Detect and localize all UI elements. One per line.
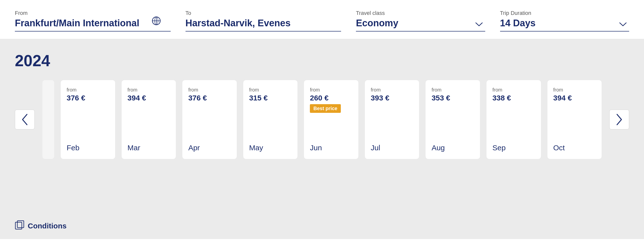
month-name-apr: Apr — [188, 144, 231, 152]
prev-nav-button[interactable] — [15, 110, 35, 129]
month-card-aug[interactable]: from 353 € Aug — [425, 80, 480, 159]
price-may: 315 € — [249, 94, 292, 102]
month-name-feb: Feb — [67, 144, 109, 152]
trip-duration-label: Trip Duration — [500, 10, 620, 16]
price-area-mar: from 394 € — [128, 87, 170, 104]
month-card-mar[interactable]: from 394 € Mar — [121, 80, 176, 159]
price-area-feb: from 376 € — [67, 87, 109, 104]
from-label: From — [15, 10, 149, 16]
from-label-jun: from — [310, 87, 352, 93]
search-bar: From Frankfurt/Main International To Har… — [0, 0, 644, 39]
conditions-label: Conditions — [28, 222, 67, 230]
price-area-may: from 315 € — [249, 87, 292, 104]
from-label-aug: from — [432, 87, 474, 93]
month-name-sep: Sep — [492, 144, 535, 152]
price-area-jul: from 393 € — [371, 87, 414, 104]
month-card-feb[interactable]: from 376 € Feb — [60, 80, 116, 159]
price-aug: 353 € — [432, 94, 474, 102]
price-area-apr: from 376 € — [188, 87, 231, 104]
from-label-sep: from — [492, 87, 535, 93]
price-sep: 338 € — [492, 94, 535, 102]
svg-rect-5 — [17, 221, 24, 228]
price-jul: 393 € — [371, 94, 414, 102]
from-value: Frankfurt/Main International — [15, 18, 149, 29]
to-label: To — [186, 10, 332, 16]
price-feb: 376 € — [67, 94, 109, 102]
month-card-jun[interactable]: from 260 € Best price Jun — [304, 80, 359, 159]
location-icon — [152, 16, 161, 27]
year-label: 2024 — [15, 52, 629, 70]
price-area-aug: from 353 € — [432, 87, 474, 104]
month-card-may[interactable]: from 315 € May — [243, 80, 298, 159]
conditions-link[interactable]: Conditions — [15, 220, 629, 232]
month-card-oct[interactable]: from 394 € Oct — [547, 80, 602, 159]
price-area-jun: from 260 € Best price — [310, 87, 352, 113]
price-area-sep: from 338 € — [492, 87, 535, 104]
from-label-oct: from — [553, 87, 596, 93]
months-container: from 376 € Feb from 394 € Mar from 376 € — [15, 80, 629, 159]
price-oct: 394 € — [553, 94, 596, 102]
from-label-may: from — [249, 87, 292, 93]
trip-duration-dropdown-icon[interactable] — [619, 21, 627, 29]
price-jun: 260 € — [310, 94, 352, 102]
month-name-oct: Oct — [553, 144, 596, 152]
months-list: from 376 € Feb from 394 € Mar from 376 € — [35, 80, 609, 159]
price-apr: 376 € — [188, 94, 231, 102]
from-label-apr: from — [188, 87, 231, 93]
price-area-oct: from 394 € — [553, 87, 596, 104]
month-card-jan-partial[interactable] — [42, 80, 54, 159]
month-card-apr[interactable]: from 376 € Apr — [182, 80, 237, 159]
travel-class-label: Travel class — [356, 10, 475, 16]
month-card-jul[interactable]: from 393 € Jul — [364, 80, 420, 159]
month-name-aug: Aug — [432, 144, 474, 152]
best-price-badge: Best price — [310, 104, 341, 113]
from-label-mar: from — [128, 87, 170, 93]
svg-rect-4 — [15, 222, 22, 229]
from-field[interactable]: From Frankfurt/Main International — [15, 10, 171, 32]
calendar-section: 2024 from 376 € Feb from — [0, 39, 644, 213]
from-label-feb: from — [67, 87, 109, 93]
month-name-jun: Jun — [310, 144, 352, 152]
to-field[interactable]: To Harstad-Narvik, Evenes — [186, 10, 341, 32]
month-card-sep[interactable]: from 338 € Sep — [486, 80, 541, 159]
month-name-may: May — [249, 144, 292, 152]
next-nav-button[interactable] — [609, 110, 629, 129]
travel-class-dropdown-icon[interactable] — [475, 21, 483, 29]
travel-class-field[interactable]: Travel class Economy — [356, 10, 485, 32]
conditions-icon — [15, 220, 24, 232]
from-label-jul: from — [371, 87, 414, 93]
trip-duration-field[interactable]: Trip Duration 14 Days — [500, 10, 630, 32]
price-mar: 394 € — [128, 94, 170, 102]
trip-duration-value: 14 Days — [500, 18, 620, 29]
month-name-mar: Mar — [128, 144, 170, 152]
conditions-footer: Conditions — [0, 213, 644, 239]
month-name-jul: Jul — [371, 144, 414, 152]
travel-class-value: Economy — [356, 18, 475, 29]
to-value: Harstad-Narvik, Evenes — [186, 18, 332, 29]
